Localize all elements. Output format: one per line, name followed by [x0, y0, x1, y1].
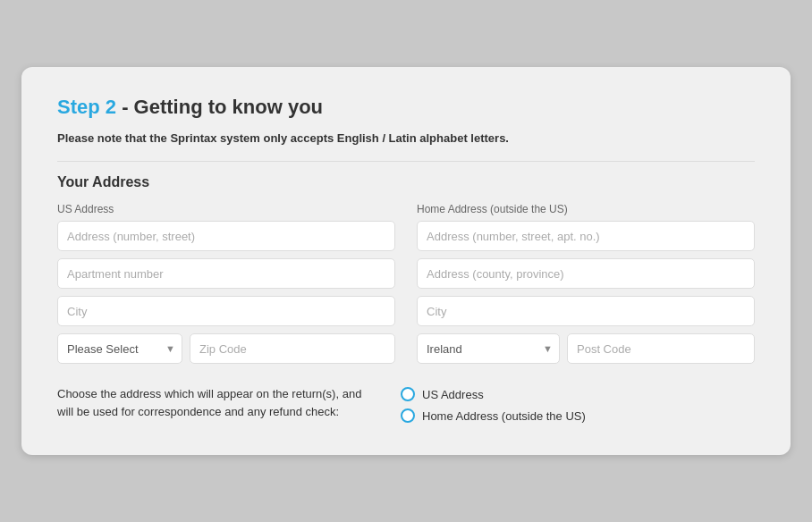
us-state-select-wrapper: Please Select Alabama Alaska Arizona Cal… — [57, 333, 182, 364]
us-address-label: US Address — [57, 203, 395, 215]
home-postcode-input[interactable] — [567, 333, 755, 364]
us-zip-input[interactable] — [190, 333, 395, 364]
radio-home-address-option[interactable]: Home Address (outside the US) — [401, 408, 586, 423]
home-country-postcode-row: Ireland United Kingdom Germany France Ca… — [417, 333, 755, 364]
radio-us-address-option[interactable]: US Address — [401, 387, 586, 401]
main-card: Step 2 - Getting to know you Please note… — [21, 67, 791, 455]
us-address-city-input[interactable] — [57, 296, 395, 326]
radio-group: US Address Home Address (outside the US) — [401, 385, 586, 423]
section-title: Your Address — [57, 174, 755, 190]
home-address-city-input[interactable] — [417, 296, 755, 326]
note-text: Please note that the Sprintax system onl… — [57, 131, 755, 145]
divider — [57, 161, 755, 162]
address-columns: US Address Please Select Alabama Alaska … — [57, 203, 755, 371]
us-address-street-input[interactable] — [57, 221, 395, 251]
radio-us-address-circle — [401, 387, 415, 401]
home-address-province-input[interactable] — [417, 258, 755, 289]
step-number: Step 2 — [57, 96, 116, 118]
step-title-rest: - Getting to know you — [116, 96, 323, 118]
us-address-col: US Address Please Select Alabama Alaska … — [57, 203, 395, 371]
radio-home-address-circle — [401, 408, 415, 423]
us-state-zip-row: Please Select Alabama Alaska Arizona Cal… — [57, 333, 395, 364]
home-address-col: Home Address (outside the US) Ireland Un… — [417, 203, 755, 371]
radio-us-address-label: US Address — [422, 388, 484, 401]
page-title: Step 2 - Getting to know you — [57, 96, 755, 119]
us-address-apartment-input[interactable] — [57, 258, 395, 289]
home-address-label: Home Address (outside the US) — [417, 203, 755, 215]
home-country-select[interactable]: Ireland United Kingdom Germany France Ca… — [417, 333, 560, 364]
radio-home-address-label: Home Address (outside the US) — [422, 409, 586, 423]
bottom-section: Choose the address which will appear on … — [57, 385, 755, 423]
home-address-street-input[interactable] — [417, 221, 755, 251]
home-country-select-wrapper: Ireland United Kingdom Germany France Ca… — [417, 333, 560, 364]
us-state-select[interactable]: Please Select Alabama Alaska Arizona Cal… — [57, 333, 182, 364]
correspondence-label: Choose the address which will appear on … — [57, 385, 379, 420]
